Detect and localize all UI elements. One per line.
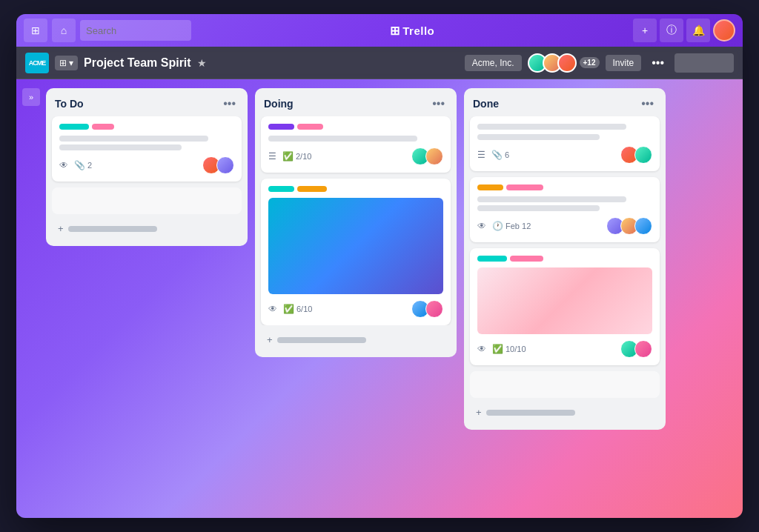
card-badges: 👁 🕐 Feb 12 (477, 221, 531, 231)
card-done-ghost (470, 371, 660, 398)
more-options-button[interactable]: ••• (647, 55, 669, 71)
collapse-sidebar-button[interactable]: » (22, 88, 40, 106)
card-done-2[interactable]: 👁 🕐 Feb 12 (470, 177, 660, 242)
label-cyan (59, 124, 89, 130)
workspace-logo: ACME (25, 53, 49, 73)
member-avatar-3[interactable] (557, 53, 577, 73)
card-done-1[interactable]: ☰ 📎 6 (470, 116, 660, 171)
column-doing-menu-button[interactable]: ••• (429, 96, 448, 112)
column-todo-cards: 👁 📎 2 (46, 116, 248, 214)
info-icon-button[interactable]: ⓘ (660, 19, 683, 42)
column-todo-menu-button[interactable]: ••• (220, 96, 239, 112)
card-title-line1 (268, 136, 417, 142)
search-input[interactable] (80, 20, 191, 41)
add-icon-button[interactable]: + (633, 19, 657, 42)
column-done-menu-button[interactable]: ••• (638, 96, 657, 112)
column-done-cards: ☰ 📎 6 (464, 116, 666, 398)
column-todo: To Do ••• (46, 88, 248, 246)
board-header: ACME ⊞ ▾ Project Team Spirit ★ Acme, Inc… (16, 47, 743, 79)
card-doing-1[interactable]: ☰ ✅ 2/10 (261, 116, 451, 173)
add-card-label (277, 337, 366, 343)
paperclip-icon: 📎 (74, 160, 85, 170)
column-doing: Doing ••• ☰ (255, 88, 457, 357)
add-card-done-button[interactable]: + (467, 401, 663, 424)
card-members (620, 146, 652, 164)
card-labels (59, 124, 234, 130)
card-title-line1 (59, 136, 208, 142)
member-count[interactable]: +12 (580, 57, 600, 68)
badge-due-date: 🕐 Feb 12 (492, 221, 531, 231)
card-todo-1[interactable]: 👁 📎 2 (52, 116, 242, 182)
app-title-text: Trello (402, 24, 434, 37)
card-title-line1 (477, 196, 626, 202)
badge-checklist: ✅ 2/10 (282, 151, 311, 162)
badge-view: 👁 (477, 344, 486, 354)
home-icon-button[interactable]: ⌂ (52, 19, 76, 42)
attachment-count: 2 (87, 161, 92, 170)
plus-icon: + (476, 407, 482, 418)
checklist-count: 10/10 (506, 345, 526, 353)
column-doing-header: Doing ••• (255, 88, 457, 116)
card-todo-ghost (52, 187, 242, 214)
workspace-name-button[interactable]: Acme, Inc. (465, 55, 522, 71)
add-card-doing-button[interactable]: + (258, 328, 454, 351)
checklist-count: 6/10 (296, 305, 312, 313)
bell-icon-button[interactable]: 🔔 (686, 19, 710, 42)
card-member-2[interactable] (634, 340, 652, 358)
column-todo-header: To Do ••• (46, 88, 248, 116)
board-menu-button[interactable]: ⊞ ▾ (55, 56, 78, 70)
invite-button[interactable]: Invite (606, 55, 642, 71)
card-members (606, 217, 652, 235)
app-title: ⊞ Trello (196, 24, 629, 38)
eye-icon: 👁 (268, 304, 277, 314)
card-doing-2[interactable]: 👁 ✅ 6/10 (261, 179, 451, 325)
card-members (411, 147, 443, 165)
card-labels (477, 256, 652, 262)
card-members (411, 300, 443, 318)
star-button[interactable]: ★ (197, 57, 207, 69)
card-cover-gradient (477, 267, 652, 334)
card-member-2[interactable] (216, 156, 234, 174)
badge-checklist: ✅ 10/10 (492, 344, 526, 354)
add-card-todo-button[interactable]: + (49, 217, 245, 240)
eye-icon: 👁 (59, 160, 68, 170)
lines-icon: ☰ (477, 150, 485, 160)
label-yellow (477, 184, 503, 190)
check-icon: ✅ (282, 151, 294, 162)
label-yellow (297, 186, 327, 192)
check-icon: ✅ (283, 304, 294, 314)
columns-container: To Do ••• (43, 79, 743, 518)
sidebar-toggle: » (16, 79, 43, 518)
user-avatar[interactable] (713, 19, 735, 41)
badge-view: 👁 (268, 304, 277, 314)
card-title-line2 (477, 205, 600, 211)
card-member-2[interactable] (634, 146, 652, 164)
column-todo-title: To Do (55, 98, 84, 110)
badge-attachment: 📎 2 (74, 160, 92, 170)
card-badges: ☰ 📎 6 (477, 150, 509, 160)
card-footer: ☰ ✅ 2/10 (268, 147, 443, 165)
filter-input[interactable] (675, 53, 734, 73)
card-member-2[interactable] (425, 147, 443, 165)
badge-checklist: ✅ 6/10 (283, 304, 312, 314)
card-member-2[interactable] (425, 300, 443, 318)
nav-right: + ⓘ 🔔 (633, 19, 735, 42)
column-doing-title: Doing (264, 98, 294, 110)
lines-icon: ☰ (268, 151, 276, 162)
card-done-3[interactable]: 👁 ✅ 10/10 (470, 248, 660, 365)
eye-icon: 👁 (477, 221, 486, 231)
card-title-line2 (477, 134, 600, 140)
board-title: Project Team Spirit (84, 56, 191, 70)
column-doing-cards: ☰ ✅ 2/10 (255, 116, 457, 325)
grid-icon-button[interactable]: ⊞ (24, 19, 47, 42)
badge-view: 👁 (59, 160, 68, 170)
label-pink (297, 124, 323, 130)
card-labels (268, 124, 443, 130)
card-footer: 👁 ✅ 10/10 (477, 340, 652, 358)
card-title-line2 (59, 144, 182, 150)
checklist-count: 2/10 (296, 152, 311, 161)
card-footer: 👁 ✅ 6/10 (268, 300, 443, 318)
add-card-label (486, 410, 575, 416)
card-badges: 👁 ✅ 6/10 (268, 304, 312, 314)
card-member-3[interactable] (634, 217, 652, 235)
